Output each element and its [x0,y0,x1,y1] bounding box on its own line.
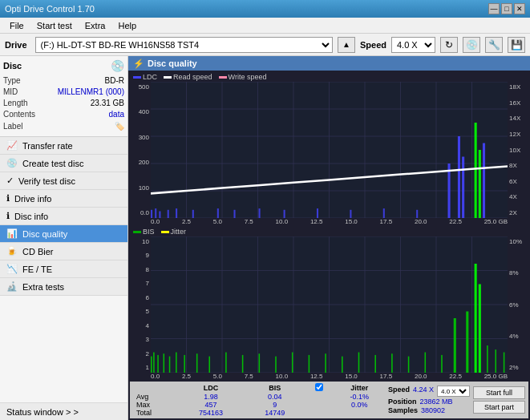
disc-mid-value: MILLENMR1 (000) [58,87,124,98]
read-speed-legend-color [164,76,172,79]
menu-extra[interactable]: Extra [79,19,112,32]
disc-mid-label: MID [3,87,18,98]
jitter-checkbox[interactable] [315,383,323,391]
svg-rect-27 [383,208,385,218]
svg-rect-25 [317,208,318,218]
stats-avg-ldc: 1.98 [177,393,245,401]
sidebar-item-transfer-rate[interactable]: 📈 Transfer rate [0,137,127,155]
stats-row-max: Max 457 9 0.0% [133,401,385,409]
sidebar-nav: 📈 Transfer rate 💿 Create test disc ✓ Ver… [0,137,127,420]
chart1-svg-area [151,82,508,218]
sidebar-item-label-transfer-rate: Transfer rate [22,141,73,151]
drive-select[interactable]: (F:) HL-DT-ST BD-RE WH16NS58 TST4 [35,37,333,53]
close-button[interactable]: ✕ [514,3,525,14]
svg-rect-57 [208,357,210,373]
status-window-button[interactable]: Status window > > [0,402,127,420]
drive-info-icon: ℹ [6,193,10,204]
y-right-6x: 6X [508,178,528,185]
disc-icon-button[interactable]: 💿 [463,37,480,53]
stats-row-total: Total 754163 14749 [133,409,385,417]
svg-rect-31 [462,157,464,219]
svg-rect-55 [184,355,185,373]
chart2-x-axis: 0.0 2.5 5.0 7.5 10.0 12.5 15.0 17.5 20.0… [130,373,528,380]
svg-rect-64 [325,353,326,373]
svg-rect-32 [475,123,477,218]
samples-label: Samples [388,406,418,414]
sidebar-item-disc-quality[interactable]: 📊 Disc quality [0,225,127,243]
sidebar-item-drive-info[interactable]: ℹ Drive info [0,190,127,208]
y-label-400: 400 [130,108,151,115]
svg-rect-21 [217,208,219,218]
menu-file[interactable]: File [3,19,30,32]
y-right-12x: 12X [508,131,528,138]
stats-avg-bis: 0.04 [245,393,305,401]
svg-rect-23 [259,208,261,218]
sidebar-item-label-disc-quality: Disc quality [22,229,67,239]
disc-quality-header: ⚡ Disc quality [128,56,530,71]
speed-target-select[interactable]: 4.0 X [437,386,470,397]
ldc-legend-label: LDC [143,73,157,81]
disc-panel-icon: 💿 [111,59,124,72]
title-bar: Opti Drive Control 1.70 — □ ✕ [0,0,530,18]
sidebar-item-fe-te[interactable]: 📉 FE / TE [0,260,127,278]
svg-rect-65 [342,357,343,373]
x-17-5: 17.5 [380,218,393,225]
position-value: 23862 MB [419,398,452,406]
sidebar-item-cd-bier[interactable]: 🍺 CD Bier [0,243,127,260]
jitter-legend-color [161,231,169,233]
chart2-body: 10 9 8 7 6 5 4 3 2 1 [130,236,528,373]
y-label-100: 100 [130,184,151,192]
stats-max-jitter: 0.0% [334,401,385,409]
samples-value: 380902 [421,406,445,414]
svg-rect-16 [155,208,156,218]
chart2-legend: BIS Jitter [130,227,528,236]
start-part-button[interactable]: Start part [473,401,525,414]
create-test-disc-icon: 💿 [6,158,18,168]
svg-rect-75 [479,285,481,374]
menu-start-test[interactable]: Start test [30,19,79,32]
disc-quality-icon: 📊 [6,228,18,239]
svg-rect-77 [495,349,496,373]
svg-rect-69 [408,357,410,373]
disc-panel: Disc 💿 Type BD-R MID MILLENMR1 (000) Len… [0,56,127,137]
chart2-svg-area [151,236,508,373]
sidebar-item-label-extra-tests: Extra tests [22,282,64,292]
start-full-button[interactable]: Start full [473,386,525,399]
svg-rect-19 [176,208,177,218]
write-speed-legend-color [219,76,227,79]
disc-quality-title: Disc quality [148,59,197,68]
speed-label: Speed [360,40,386,50]
sidebar-item-create-test-disc[interactable]: 💿 Create test disc [0,155,127,172]
stats-header-checkbox-cell [305,383,334,393]
disc-type-value: BD-R [105,75,124,87]
svg-rect-68 [391,353,393,373]
menu-help[interactable]: Help [111,19,143,32]
x-12-5: 12.5 [310,218,323,225]
chart1-legend: LDC Read speed Write speed [130,72,528,82]
speed-select[interactable]: 4.0 X 1.0 X 2.0 X 6.0 X 8.0 X [391,37,435,53]
y-right-4x: 4X [508,193,528,200]
svg-rect-33 [479,150,481,218]
sidebar-item-verify-test-disc[interactable]: ✓ Verify test disc [0,172,127,190]
sidebar-item-disc-info[interactable]: ℹ Disc info [0,208,127,225]
chart1-svg [151,82,508,218]
minimize-button[interactable]: — [488,3,500,14]
stats-max-label: Max [133,401,177,409]
stats-total-ldc: 754163 [177,409,245,417]
refresh-button[interactable]: ↻ [440,37,458,53]
save-button[interactable]: 💾 [508,37,525,53]
write-speed-legend-label: Write speed [229,73,267,81]
svg-rect-56 [196,353,198,373]
speed-value: 4.24 X [413,386,434,397]
stats-avg-label: Avg [133,393,177,401]
settings-button[interactable]: 🔧 [485,37,503,53]
chart1-y-axis-right: 18X 16X 14X 12X 10X 8X 6X 4X 2X [508,82,528,218]
eject-button[interactable]: ▲ [338,37,355,53]
disc-length-label: Length [3,98,28,109]
svg-rect-54 [176,353,177,374]
disc-contents-label: Contents [3,109,35,120]
sidebar-item-extra-tests[interactable]: 🔬 Extra tests [0,278,127,296]
sidebar-item-label-cd-bier: CD Bier [22,247,54,256]
y-right-10x: 10X [508,147,528,154]
maximize-button[interactable]: □ [501,3,512,14]
